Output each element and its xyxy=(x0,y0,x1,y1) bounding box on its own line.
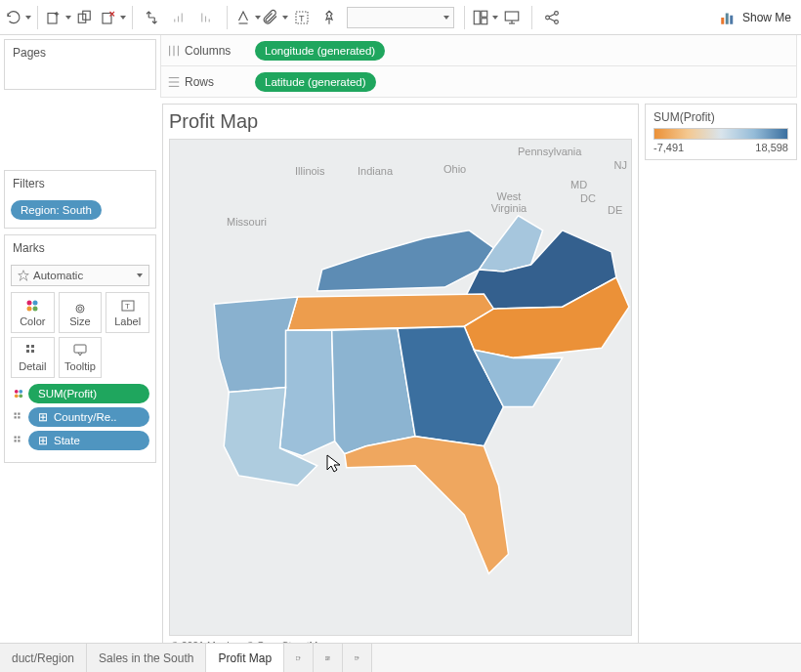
svg-rect-31 xyxy=(730,15,733,23)
color-legend[interactable]: SUM(Profit) -7,491 18,598 xyxy=(645,104,797,160)
svg-rect-5 xyxy=(103,13,111,23)
rows-icon xyxy=(167,75,181,89)
svg-rect-30 xyxy=(726,13,729,23)
undo-swap-icon[interactable] xyxy=(4,4,31,31)
svg-rect-63 xyxy=(18,440,20,441)
text-tool-icon[interactable]: T xyxy=(288,4,316,31)
sort-asc-icon[interactable] xyxy=(166,4,193,31)
marks-detail-button[interactable]: Detail xyxy=(11,337,55,378)
pin-icon[interactable] xyxy=(316,4,343,31)
columns-label: Columns xyxy=(185,44,231,58)
show-me-button[interactable]: Show Me xyxy=(713,9,797,26)
svg-rect-61 xyxy=(18,437,20,439)
swap-axes-icon[interactable] xyxy=(139,4,166,31)
marks-pill-profit[interactable]: SUM(Profit) xyxy=(28,384,149,403)
svg-rect-4 xyxy=(83,11,91,20)
hierarchy-icon: ⊞ xyxy=(38,411,50,423)
filters-title: Filters xyxy=(5,171,155,196)
color-encode-icon xyxy=(11,388,26,399)
new-worksheet-icon[interactable] xyxy=(44,4,71,31)
columns-shelf[interactable]: Columns Longitude (generated) xyxy=(160,35,797,66)
dashboard-icon[interactable] xyxy=(471,4,498,31)
svg-point-42 xyxy=(33,307,38,312)
columns-pill-longitude[interactable]: Longitude (generated) xyxy=(255,41,385,61)
svg-rect-62 xyxy=(15,440,17,441)
svg-rect-29 xyxy=(721,18,724,24)
fit-dropdown[interactable] xyxy=(347,7,454,28)
marks-type-label: Automatic xyxy=(33,270,83,281)
share-icon[interactable] xyxy=(538,4,566,31)
marks-type-select[interactable]: Automatic xyxy=(11,265,149,286)
tab-sales-south[interactable]: Sales in the South xyxy=(87,644,206,672)
svg-rect-3 xyxy=(78,14,86,22)
pages-title: Pages xyxy=(5,40,155,65)
svg-point-26 xyxy=(555,20,559,23)
legend-min: -7,491 xyxy=(653,142,684,153)
tab-product-region[interactable]: duct/Region xyxy=(0,644,87,672)
svg-rect-21 xyxy=(505,12,519,21)
filter-pill-region[interactable]: Region: South xyxy=(11,200,102,220)
map-canvas[interactable]: Illinois Indiana Ohio Missouri West Virg… xyxy=(169,139,632,636)
detail-encode-icon-2 xyxy=(11,435,26,446)
svg-rect-64 xyxy=(297,656,300,659)
marks-label-button[interactable]: TLabel xyxy=(105,292,149,333)
new-worksheet-tab-icon xyxy=(296,651,301,666)
tooltip-icon xyxy=(72,343,88,358)
svg-rect-57 xyxy=(18,413,20,415)
highlight-icon[interactable] xyxy=(233,4,261,31)
new-story-tab-icon xyxy=(355,651,359,666)
attachment-icon[interactable] xyxy=(261,4,288,31)
columns-icon xyxy=(167,44,181,58)
svg-line-27 xyxy=(549,14,555,17)
svg-rect-50 xyxy=(31,350,34,353)
svg-point-52 xyxy=(15,390,19,394)
svg-rect-18 xyxy=(474,11,480,24)
svg-rect-58 xyxy=(15,416,17,418)
size-icon xyxy=(72,298,88,314)
rows-pill-latitude[interactable]: Latitude (generated) xyxy=(255,72,376,92)
presentation-icon[interactable] xyxy=(498,4,526,31)
marks-pill-country[interactable]: ⊞Country/Re.. xyxy=(28,407,149,427)
marks-color-button[interactable]: Color xyxy=(11,292,55,333)
tab-profit-map[interactable]: Profit Map xyxy=(206,644,284,672)
svg-rect-56 xyxy=(15,413,17,415)
svg-rect-47 xyxy=(26,345,29,348)
sort-desc-icon[interactable] xyxy=(193,4,221,31)
state-kentucky[interactable] xyxy=(317,231,494,291)
filters-shelf[interactable]: Filters Region: South xyxy=(4,170,156,229)
new-dashboard-tab-icon xyxy=(325,651,330,666)
svg-text:T: T xyxy=(125,302,130,311)
clear-sheet-icon[interactable] xyxy=(99,4,126,31)
marks-size-button[interactable]: Size xyxy=(59,292,103,333)
marks-tooltip-button[interactable]: Tooltip xyxy=(59,337,103,378)
state-tennessee[interactable] xyxy=(288,294,494,330)
duplicate-sheet-icon[interactable] xyxy=(71,4,99,31)
state-florida[interactable] xyxy=(345,437,509,574)
pages-shelf[interactable]: Pages xyxy=(4,39,156,90)
svg-point-39 xyxy=(27,301,32,306)
svg-point-40 xyxy=(33,301,38,306)
new-story-tab[interactable] xyxy=(343,644,372,672)
new-worksheet-tab[interactable] xyxy=(284,644,314,672)
state-arkansas[interactable] xyxy=(214,297,297,392)
svg-point-24 xyxy=(546,16,550,20)
legend-title: SUM(Profit) xyxy=(653,110,788,124)
automatic-icon xyxy=(18,270,29,281)
top-toolbar: T Show Me xyxy=(0,0,801,35)
svg-point-53 xyxy=(19,390,22,394)
svg-text:T: T xyxy=(299,13,305,22)
new-dashboard-tab[interactable] xyxy=(314,644,343,672)
label-icon: T xyxy=(120,298,136,314)
show-me-icon xyxy=(719,9,737,26)
rows-label: Rows xyxy=(185,75,214,89)
svg-point-25 xyxy=(555,11,559,15)
color-icon xyxy=(24,298,40,314)
state-mississippi[interactable] xyxy=(279,330,334,456)
rows-shelf[interactable]: Rows Latitude (generated) xyxy=(160,66,797,98)
svg-rect-19 xyxy=(481,11,486,17)
svg-rect-60 xyxy=(15,437,17,439)
viz-title[interactable]: Profit Map xyxy=(169,108,632,139)
marks-pill-state[interactable]: ⊞State xyxy=(28,431,149,450)
marks-card: Marks Automatic Color Size TLabel Detail… xyxy=(4,234,156,463)
detail-icon xyxy=(24,343,40,358)
